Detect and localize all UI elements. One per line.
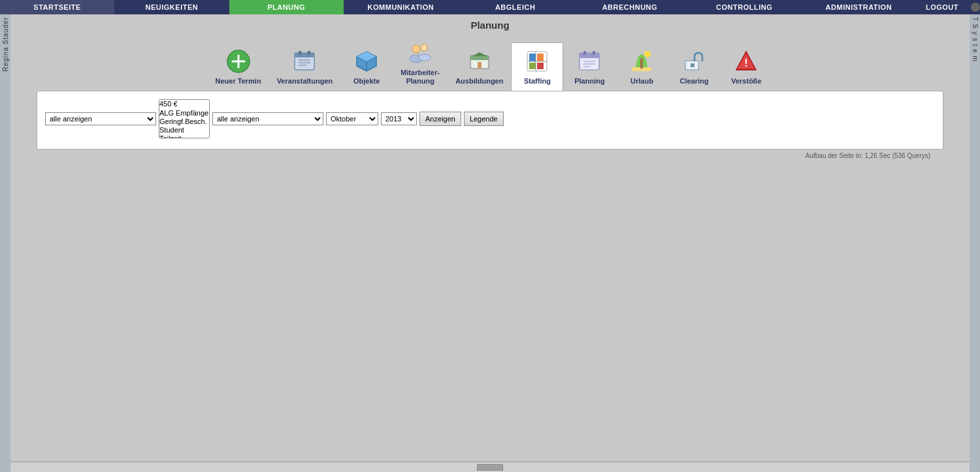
svg-rect-26	[529, 63, 536, 69]
objekte-label: Objekte	[353, 77, 380, 86]
staffing-icon	[524, 48, 550, 74]
svg-rect-4	[295, 53, 314, 57]
icon-clearing[interactable]: Clearing	[668, 43, 720, 91]
veranstaltungen-label: Veranstaltungen	[277, 77, 333, 86]
filter-year[interactable]: 2013 2011 2012 2014 2015	[381, 112, 417, 125]
svg-rect-22	[478, 62, 482, 69]
clearing-icon	[681, 48, 707, 74]
filter-month[interactable]: Oktober Januar Februar März April Mai Ju…	[326, 112, 378, 125]
svg-rect-31	[580, 53, 599, 58]
svg-point-39	[644, 51, 651, 57]
filter-row: alle anzeigen 450 € ALG Empfänger Gering…	[45, 99, 935, 138]
status-indicator	[971, 3, 980, 12]
anzeigen-button[interactable]: Anzeigen	[419, 112, 461, 126]
icon-grid: Neuer Termin Veranstaltungen	[10, 35, 970, 91]
svg-point-15	[412, 45, 420, 53]
icon-objekte[interactable]: Objekte	[340, 43, 393, 91]
svg-rect-25	[537, 54, 544, 61]
nav-abrechnung[interactable]: ABRECHNUNG	[572, 0, 687, 14]
svg-rect-24	[529, 54, 536, 61]
svg-rect-27	[537, 63, 544, 69]
icon-neuer-termin[interactable]: Neuer Termin	[208, 43, 269, 91]
nav-startseite[interactable]: STARTSEITE	[0, 0, 114, 14]
icon-ausbildungen[interactable]: Ausbildungen	[448, 43, 511, 91]
nav-planung[interactable]: PLANUNG	[229, 0, 344, 14]
filter-listbox[interactable]: 450 € ALG Empfänger Geringf.Besch. Stude…	[159, 99, 210, 138]
icon-staffing[interactable]: Staffing	[511, 42, 563, 91]
svg-point-18	[419, 54, 431, 61]
nav-neuigkeiten[interactable]: NEUIGKEITEN	[114, 0, 229, 14]
ausbildungen-icon	[466, 48, 493, 74]
icon-mitarbeiter-planung[interactable]: Mitarbeiter- Planung	[393, 35, 448, 91]
ausbildungen-label: Ausbildungen	[455, 77, 503, 86]
filter-listbox-container: 450 € ALG Empfänger Geringf.Besch. Stude…	[159, 99, 210, 138]
icon-planning[interactable]: Planning	[563, 43, 615, 91]
right-sidebar: T S y s t e m	[970, 14, 980, 472]
mitarbeiter-planung-label: Mitarbeiter- Planung	[400, 69, 440, 86]
filter-dropdown-1[interactable]: alle anzeigen	[45, 112, 156, 125]
svg-rect-41	[691, 63, 694, 67]
content-panel: alle anzeigen 450 € ALG Empfänger Gering…	[37, 91, 943, 149]
svg-rect-9	[308, 51, 310, 55]
filter-dropdown-2[interactable]: alle anzeigen	[212, 112, 323, 125]
verstosse-icon: !	[733, 48, 759, 74]
veranstaltungen-icon	[291, 48, 318, 74]
icon-urlaub[interactable]: Urlaub	[615, 43, 668, 91]
clearing-label: Clearing	[679, 77, 708, 86]
nav-administration[interactable]: ADMINISTRATION	[802, 0, 916, 14]
nav-logout[interactable]: LOGOUT	[916, 0, 968, 14]
page-build-info: Aufbau der Seite in: 1,26 Sec (536 Query…	[10, 149, 970, 159]
objekte-icon	[353, 48, 380, 74]
planning-icon	[576, 48, 602, 74]
icon-veranstaltungen[interactable]: Veranstaltungen	[269, 43, 341, 91]
svg-rect-36	[593, 51, 595, 55]
left-sidebar: Regina Stauder	[0, 14, 10, 472]
nav-controlling[interactable]: CONTROLLING	[687, 0, 802, 14]
verstosse-label: Verstöße	[731, 77, 761, 86]
bottom-scrollbar[interactable]	[10, 462, 970, 472]
page-title: Planung	[10, 14, 970, 35]
neuer-termin-icon	[225, 48, 252, 74]
nav-abgleich[interactable]: ABGLEICH	[458, 0, 572, 14]
main-content: Planung Neuer Termin	[10, 14, 970, 462]
icon-verstosse[interactable]: ! Verstöße	[720, 43, 772, 91]
svg-rect-35	[583, 51, 586, 55]
svg-rect-8	[299, 51, 301, 55]
legende-button[interactable]: Legende	[464, 112, 504, 126]
top-navigation: STARTSEITE NEUIGKEITEN PLANUNG KOMMUNIKA…	[0, 0, 980, 14]
right-sidebar-text: T S y s t e m	[972, 17, 979, 62]
svg-text:!: !	[745, 57, 748, 69]
urlaub-icon	[629, 48, 655, 74]
staffing-label: Staffing	[524, 77, 551, 86]
neuer-termin-label: Neuer Termin	[216, 77, 261, 86]
scroll-thumb[interactable]	[477, 464, 503, 471]
left-sidebar-text: Regina Stauder	[2, 17, 9, 72]
mitarbeiter-planung-icon	[407, 40, 433, 66]
svg-rect-20	[470, 55, 489, 60]
planning-label: Planning	[574, 77, 604, 86]
svg-point-16	[421, 44, 427, 51]
svg-marker-21	[472, 52, 487, 56]
nav-kommunikation[interactable]: KOMMUNIKATION	[344, 0, 458, 14]
svg-rect-38	[640, 58, 643, 69]
urlaub-label: Urlaub	[630, 77, 653, 86]
